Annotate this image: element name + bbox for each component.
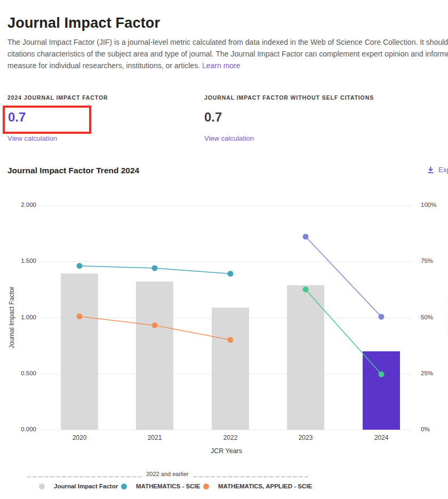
- data-point[interactable]: [228, 271, 234, 277]
- intro-line-3: measure for individual researchers, inst…: [7, 60, 448, 71]
- x-tick-2021: 2021: [136, 434, 173, 441]
- legend-group-header: 2022 and earlier: [27, 470, 308, 477]
- x-tick-2022: 2022: [212, 434, 249, 441]
- line-mathematics-scie[interactable]: [77, 263, 234, 277]
- data-point[interactable]: [77, 263, 83, 269]
- data-point[interactable]: [379, 314, 385, 320]
- legend-dot-icon: [39, 484, 45, 489]
- legend-dash-right: [193, 470, 308, 477]
- jif-no-self-citations-value: 0.7: [204, 110, 222, 125]
- legend-item-label: MATHEMATICS - SCIE: [136, 483, 200, 489]
- data-point[interactable]: [303, 234, 309, 239]
- y-tick-right: 100%: [421, 202, 436, 208]
- intro-line-2: citations characteristics of the subject…: [7, 48, 448, 60]
- legend-item-label: Journal Impact Factor: [54, 483, 118, 489]
- jif-2024-value: 0.7: [8, 110, 26, 125]
- legend-dash-left: [27, 470, 142, 477]
- x-tick-2020: 2020: [61, 434, 98, 441]
- intro-line-3-text: measure for individual researchers, inst…: [7, 61, 200, 70]
- x-tick-2023: 2023: [287, 434, 324, 441]
- data-point[interactable]: [152, 265, 158, 271]
- gridline: [41, 205, 412, 206]
- export-button[interactable]: Export: [427, 166, 448, 174]
- y-tick-left: 1.500: [12, 257, 36, 264]
- y-tick-left: 0.500: [12, 370, 36, 376]
- intro-line-1: The Journal Impact Factor (JIF) is a jou…: [7, 36, 448, 48]
- page-title: Journal Impact Factor: [7, 15, 160, 31]
- y-tick-right: 50%: [421, 314, 433, 320]
- bar-2021[interactable]: [136, 281, 173, 430]
- legend-item[interactable]: Journal Impact Factor: [39, 483, 118, 489]
- export-button-label: Export: [438, 166, 448, 174]
- trend-section-title: Journal Impact Factor Trend 2024: [7, 166, 139, 175]
- download-icon: [427, 166, 435, 174]
- y-axis-title-right: JIF Percentile: [446, 283, 448, 352]
- x-tick-2024: 2024: [363, 434, 400, 441]
- y-tick-right: 75%: [421, 257, 433, 264]
- legend-item[interactable]: MATHEMATICS - SCIE: [121, 483, 200, 489]
- legend-group-label: 2022 and earlier: [146, 471, 189, 477]
- journal-impact-factor-page: Journal Impact Factor The Journal Impact…: [0, 0, 448, 499]
- y-tick-right: 0%: [421, 426, 430, 432]
- learn-more-link[interactable]: Learn more: [202, 61, 241, 70]
- jif-no-self-citations-label: JOURNAL IMPACT FACTOR WITHOUT SELF CITAT…: [204, 94, 374, 101]
- jif-no-self-citations-view-calculation-link[interactable]: View calculation: [204, 134, 254, 142]
- jif-2024-label: 2024 JOURNAL IMPACT FACTOR: [7, 94, 108, 101]
- legend-item-label: MATHEMATICS, APPLIED - SCIE: [218, 483, 312, 489]
- x-axis-title: JCR Years: [41, 447, 412, 455]
- bar-2022[interactable]: [212, 308, 249, 430]
- gridline: [41, 430, 412, 430]
- legend-dot-icon: [203, 484, 209, 489]
- y-tick-left: 2.000: [12, 202, 36, 208]
- y-tick-left: 0.000: [12, 426, 36, 432]
- jif-2024-view-calculation-link[interactable]: View calculation: [7, 134, 57, 142]
- y-axis-title-left: Journal Impact Factor: [8, 283, 16, 352]
- bar-2020[interactable]: [61, 273, 98, 430]
- bar-2024[interactable]: [363, 351, 400, 430]
- gridline: [41, 261, 412, 262]
- legend-dot-icon: [121, 484, 127, 489]
- bar-2023[interactable]: [287, 285, 324, 430]
- legend-item[interactable]: MATHEMATICS, APPLIED - SCIE: [203, 483, 312, 489]
- y-tick-right: 25%: [421, 370, 433, 376]
